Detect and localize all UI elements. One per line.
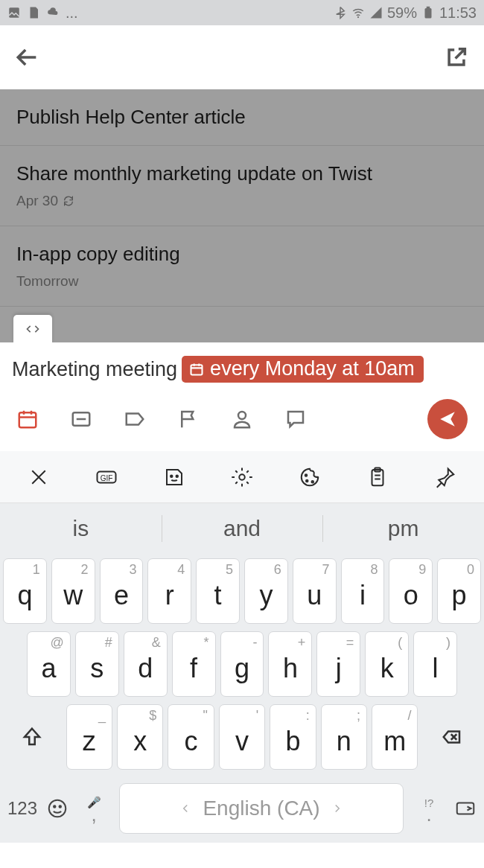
svg-point-11: [176, 475, 178, 477]
svg-rect-2: [424, 8, 431, 19]
svg-point-12: [239, 474, 245, 480]
svg-point-10: [171, 475, 173, 477]
battery-icon: [421, 6, 435, 19]
key-b[interactable]: :b: [270, 704, 316, 770]
key-c[interactable]: "c: [168, 704, 214, 770]
clock-text: 11:53: [439, 4, 477, 22]
compose-text-value: Marketing meeting: [12, 358, 177, 381]
clipboard-icon[interactable]: [366, 466, 389, 488]
key-t[interactable]: 5t: [196, 558, 240, 624]
svg-point-19: [54, 805, 56, 808]
suggestion[interactable]: and: [162, 503, 323, 554]
key-a[interactable]: @a: [27, 631, 71, 697]
cloud-icon: [46, 6, 60, 19]
priority-icon[interactable]: [177, 408, 200, 430]
label-icon[interactable]: [124, 408, 146, 430]
keyboard-bottom-row: 123 🎤, English (CA) !?.: [0, 779, 484, 843]
schedule-chip[interactable]: every Monday at 10am: [182, 356, 424, 383]
theme-icon[interactable]: [299, 466, 321, 488]
open-external-icon[interactable]: [444, 45, 469, 70]
key-z[interactable]: _z: [66, 704, 112, 770]
key-d[interactable]: &d: [124, 631, 168, 697]
period-key[interactable]: !?.: [413, 797, 445, 821]
key-u[interactable]: 7u: [293, 558, 337, 624]
backspace-key[interactable]: [422, 704, 481, 770]
status-bar: ... 59% 11:53: [0, 0, 484, 25]
gif-icon[interactable]: GIF: [95, 466, 118, 488]
key-m[interactable]: /m: [372, 704, 418, 770]
svg-rect-3: [427, 7, 430, 8]
svg-point-7: [238, 412, 246, 419]
enter-key[interactable]: [454, 797, 477, 820]
cursor-handle[interactable]: [13, 315, 52, 342]
status-ellipsis: ...: [66, 4, 78, 22]
suggestion[interactable]: pm: [322, 503, 484, 554]
key-w[interactable]: 2w: [51, 558, 95, 624]
shift-key[interactable]: [3, 704, 62, 770]
close-icon[interactable]: [28, 466, 50, 488]
battery-text: 59%: [387, 4, 417, 22]
key-h[interactable]: +h: [268, 631, 312, 697]
svg-rect-4: [191, 365, 203, 374]
key-p[interactable]: 0p: [437, 558, 481, 624]
key-n[interactable]: ;n: [321, 704, 367, 770]
key-s[interactable]: #s: [75, 631, 119, 697]
key-j[interactable]: =j: [316, 631, 360, 697]
key-y[interactable]: 6y: [244, 558, 288, 624]
key-e[interactable]: 3e: [100, 558, 144, 624]
bluetooth-icon: [334, 6, 347, 19]
comma-key[interactable]: 🎤,: [77, 796, 110, 821]
spacebar[interactable]: English (CA): [119, 783, 404, 834]
key-i[interactable]: 8i: [341, 558, 385, 624]
send-button[interactable]: [427, 399, 468, 439]
key-v[interactable]: 'v: [219, 704, 265, 770]
send-icon: [438, 409, 457, 429]
comment-icon[interactable]: [284, 408, 307, 430]
key-g[interactable]: -g: [220, 631, 264, 697]
signal-icon: [369, 6, 383, 19]
compose-area: Marketing meeting every Monday at 10am: [0, 342, 484, 451]
wifi-icon: [351, 6, 365, 19]
suggestion[interactable]: is: [0, 503, 162, 554]
key-l[interactable]: )l: [413, 631, 457, 697]
calendar-icon: [189, 362, 204, 377]
suggestion-bar: is and pm: [0, 503, 484, 554]
svg-rect-5: [19, 412, 36, 427]
svg-point-14: [306, 479, 308, 482]
compose-toolbar: [0, 389, 484, 451]
schedule-icon[interactable]: [16, 408, 39, 430]
task-list-dimmed: Publish Help Center article Share monthl…: [0, 89, 484, 342]
compose-input[interactable]: Marketing meeting every Monday at 10am: [0, 342, 484, 389]
sticker-icon[interactable]: [163, 466, 185, 488]
pin-icon[interactable]: [434, 466, 456, 488]
app-header: [0, 25, 484, 89]
key-q[interactable]: 1q: [3, 558, 47, 624]
sd-card-icon: [27, 6, 40, 19]
svg-text:GIF: GIF: [100, 474, 112, 482]
svg-point-1: [357, 16, 359, 18]
numbers-key[interactable]: 123: [7, 798, 37, 819]
svg-point-20: [60, 805, 62, 808]
svg-point-18: [49, 800, 66, 817]
svg-rect-0: [9, 7, 19, 18]
image-icon: [7, 6, 21, 19]
key-o[interactable]: 9o: [389, 558, 433, 624]
key-k[interactable]: (k: [365, 631, 409, 697]
project-icon[interactable]: [70, 408, 92, 430]
key-x[interactable]: $x: [117, 704, 163, 770]
key-r[interactable]: 4r: [147, 558, 191, 624]
key-f[interactable]: *f: [172, 631, 216, 697]
settings-icon[interactable]: [231, 466, 253, 488]
keyboard: GIF is and pm 1q2w3e4r5t6y7u8i9o0p @a#s&…: [0, 451, 484, 843]
svg-point-15: [312, 481, 314, 483]
back-icon[interactable]: [15, 45, 40, 70]
svg-point-13: [305, 474, 308, 476]
assignee-icon[interactable]: [231, 408, 253, 430]
keyboard-toolbar: GIF: [0, 451, 484, 503]
emoji-icon[interactable]: [46, 797, 69, 820]
